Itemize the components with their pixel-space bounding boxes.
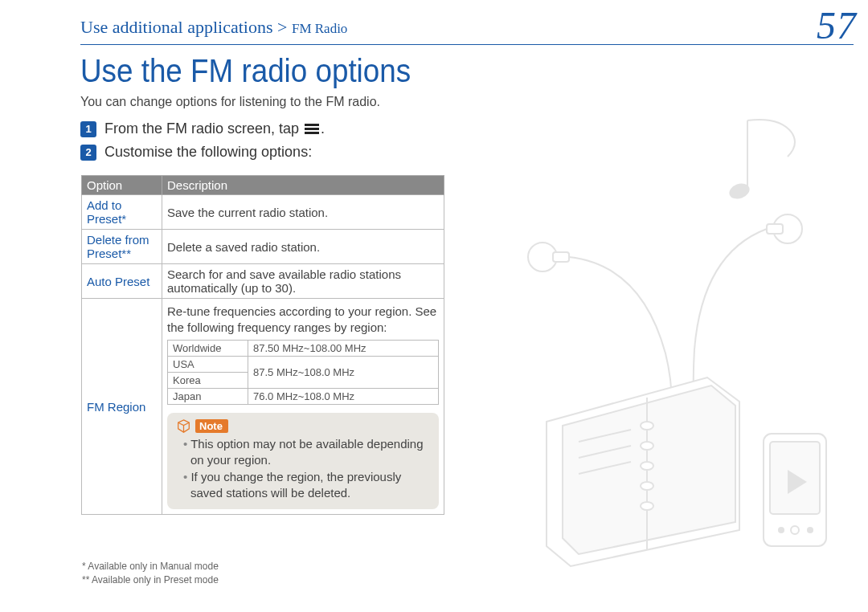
frequency-table: Worldwide 87.50 MHz~108.00 MHz USA Korea… [167, 340, 439, 405]
row-add-to-preset: Add to Preset* Save the current radio st… [82, 195, 444, 230]
freq-region-usa-korea: USA Korea [168, 357, 248, 389]
header-divider [80, 44, 854, 45]
freq-region-japan: Japan [168, 389, 248, 405]
breadcrumb-section: Use additional applications [80, 17, 273, 37]
note-header: Note [177, 419, 429, 433]
svg-point-9 [641, 502, 653, 510]
media-player-icon [764, 434, 826, 546]
note-box: Note This option may not be available de… [167, 413, 439, 509]
step-badge-1: 1 [80, 121, 96, 137]
freq-row-worldwide: Worldwide 87.50 MHz~108.00 MHz [168, 341, 439, 357]
page-number: 57 [817, 3, 857, 47]
note-label: Note [195, 419, 228, 433]
note-item-1: This option may not be available dependi… [183, 436, 429, 469]
svg-point-5 [641, 422, 653, 430]
freq-range-japan: 76.0 MHz~108.0 MHz [248, 389, 439, 405]
desc-fm-region: Re-tune frequencies according to your re… [167, 304, 439, 335]
breadcrumb-subsection: FM Radio [292, 21, 347, 36]
desc-delete-from-preset: Delete a saved radio station. [162, 230, 444, 264]
svg-point-15 [778, 527, 784, 533]
decorative-illustration [498, 104, 852, 570]
desc-fm-region-cell: Re-tune frequencies according to your re… [162, 299, 444, 515]
desc-auto-preset: Search for and save available radio stat… [162, 264, 444, 299]
svg-rect-2 [553, 252, 569, 262]
footnotes: * Available only in Manual mode ** Avail… [82, 560, 219, 587]
opt-fm-region: FM Region [82, 299, 162, 515]
svg-point-6 [641, 442, 653, 450]
organizer-icon [547, 377, 739, 566]
row-delete-from-preset: Delete from Preset** Delete a saved radi… [82, 230, 444, 264]
note-cube-icon [177, 419, 190, 433]
freq-range-usa-korea: 87.5 MHz~108.0 MHz [248, 357, 439, 389]
page-title: Use the FM radio options [80, 53, 411, 89]
opt-delete-from-preset: Delete from Preset** [82, 230, 162, 264]
freq-region-usa: USA [168, 357, 248, 373]
step-2: 2 Customise the following options: [80, 144, 325, 161]
step-badge-2: 2 [80, 145, 96, 161]
note-item-2: If you change the region, the previously… [183, 469, 429, 502]
breadcrumb-separator: > [273, 17, 292, 37]
th-option: Option [82, 176, 162, 195]
row-auto-preset: Auto Preset Search for and save availabl… [82, 264, 444, 299]
menu-icon [305, 124, 319, 135]
intro-text: You can change options for listening to … [80, 95, 380, 109]
breadcrumb: Use additional applications > FM Radio [80, 17, 347, 38]
opt-add-to-preset: Add to Preset* [82, 195, 162, 230]
options-table: Option Description Add to Preset* Save t… [81, 175, 444, 515]
svg-point-17 [807, 527, 813, 533]
step-1-text-before: From the FM radio screen, tap [104, 120, 303, 137]
steps-list: 1 From the FM radio screen, tap . 2 Cust… [80, 120, 325, 167]
desc-add-to-preset: Save the current radio station. [162, 195, 444, 230]
music-note-icon [727, 120, 795, 202]
svg-point-8 [641, 482, 653, 490]
opt-auto-preset: Auto Preset [82, 264, 162, 299]
step-1: 1 From the FM radio screen, tap . [80, 120, 325, 137]
step-1-text-after: . [321, 120, 325, 137]
freq-region-korea: Korea [168, 373, 248, 388]
freq-range-worldwide: 87.50 MHz~108.00 MHz [248, 341, 439, 357]
svg-rect-4 [767, 224, 783, 234]
step-2-text: Customise the following options: [104, 144, 312, 161]
row-fm-region: FM Region Re-tune frequencies according … [82, 299, 444, 515]
th-description: Description [162, 176, 444, 195]
footnote-2: ** Available only in Preset mode [82, 573, 219, 587]
step-1-text: From the FM radio screen, tap . [104, 120, 325, 137]
svg-point-7 [641, 462, 653, 470]
freq-region-worldwide: Worldwide [168, 341, 248, 357]
freq-row-japan: Japan 76.0 MHz~108.0 MHz [168, 389, 439, 405]
freq-row-usa-korea: USA Korea 87.5 MHz~108.0 MHz [168, 357, 439, 389]
footnote-1: * Available only in Manual mode [82, 560, 219, 573]
